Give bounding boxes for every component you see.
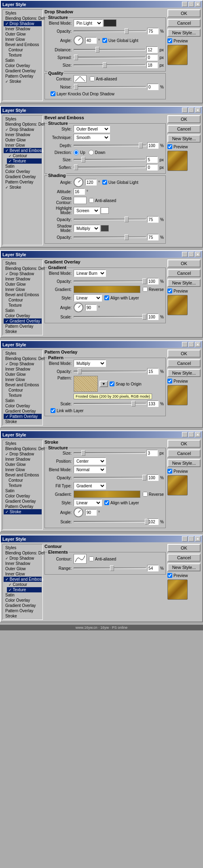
style-select-3[interactable]: Linear — [74, 294, 102, 301]
inner-glow-item-2[interactable]: Inner Glow — [4, 143, 42, 148]
opacity-slider-4[interactable] — [74, 371, 146, 372]
size-slider-5[interactable] — [74, 452, 146, 454]
preview-cb-5[interactable] — [167, 469, 172, 474]
blend-mode-select-3[interactable]: Linear Burn — [74, 270, 106, 277]
satin-item-1[interactable]: Satin — [4, 58, 42, 63]
scale-thumb-5[interactable] — [145, 519, 149, 525]
minimize-btn-1[interactable]: _ — [182, 2, 188, 7]
blend-mode-select-5[interactable]: Normal — [74, 466, 106, 473]
outer-glow-item-2[interactable]: Outer Glow — [4, 137, 42, 143]
noise-input-1[interactable] — [147, 84, 159, 90]
angle-dial-2[interactable] — [74, 177, 83, 187]
close-btn-6[interactable]: ✕ — [195, 536, 201, 541]
size-thumb-2[interactable] — [81, 157, 85, 162]
maximize-btn-4[interactable]: □ — [188, 342, 194, 347]
highlight-opacity-thumb-2[interactable] — [125, 217, 129, 222]
inner-shadow-item-2[interactable]: Inner Shadow — [4, 132, 42, 137]
blending-options-5[interactable]: Blending Options: Default — [4, 446, 42, 451]
pattern-overlay-item-2[interactable]: Pattern Overlay — [4, 179, 42, 185]
link-layer-cb-4[interactable] — [51, 408, 55, 413]
blending-options-2[interactable]: Blending Options: Default — [4, 122, 42, 127]
spread-thumb-1[interactable] — [74, 55, 78, 60]
maximize-btn-2[interactable]: □ — [188, 107, 194, 113]
opacity-slider-1[interactable] — [74, 30, 146, 32]
color-overlay-item-4[interactable]: Color Overlay — [4, 403, 42, 409]
drop-shadow-item-2[interactable]: Drop Shadow — [4, 127, 42, 132]
scale-thumb-3[interactable] — [142, 314, 146, 320]
spread-input-1[interactable] — [146, 54, 158, 61]
outer-glow-item-4[interactable]: Outer Glow — [4, 372, 42, 377]
bevel-emboss-item-2[interactable]: ✓ Bevel and Emboss — [4, 148, 42, 153]
anti-aliased-cb-6[interactable] — [89, 556, 94, 561]
ok-btn-5[interactable]: OK — [167, 440, 201, 448]
inner-shadow-item-5[interactable]: Inner Shadow — [4, 457, 42, 462]
scale-input-5[interactable] — [147, 518, 159, 525]
preview-cb-6[interactable] — [167, 573, 172, 578]
pattern-dropdown-btn-4[interactable]: ▼ — [99, 381, 108, 387]
position-select-5[interactable]: Center — [74, 457, 106, 465]
highlight-color-2[interactable] — [101, 207, 109, 214]
anti-aliased-cb-2[interactable] — [89, 198, 94, 203]
new-style-btn-6[interactable]: New Style... — [167, 563, 201, 571]
bevel-emboss-item-5[interactable]: Bevel and Emboss — [4, 472, 42, 478]
inner-shadow-item-1[interactable]: Inner Shadow — [4, 26, 42, 32]
inner-shadow-item-6[interactable]: Inner Shadow — [4, 561, 42, 566]
distance-slider-1[interactable] — [74, 49, 146, 51]
minimize-btn-5[interactable]: _ — [182, 432, 188, 437]
maximize-btn-5[interactable]: □ — [188, 432, 194, 437]
satin-item-5[interactable]: Satin — [4, 488, 42, 493]
shadow-mode-select-2[interactable]: Multiply — [74, 225, 100, 232]
size-thumb-5[interactable] — [81, 450, 85, 456]
angle-input-1[interactable] — [85, 37, 97, 44]
opacity-thumb-5[interactable] — [142, 475, 146, 480]
depth-input-2[interactable] — [147, 142, 159, 149]
inner-glow-item-1[interactable]: Inner Glow — [4, 37, 42, 42]
cancel-btn-1[interactable]: Cancel — [167, 19, 201, 27]
color-overlay-item-6[interactable]: Color Overlay — [4, 598, 42, 603]
gradient-overlay-item-1[interactable]: Gradient Overlay — [4, 68, 42, 74]
contour-preview-6[interactable] — [74, 554, 87, 564]
drop-shadow-item-3[interactable]: Drop Shadow — [4, 271, 42, 276]
angle-dial-3[interactable] — [74, 303, 83, 312]
stroke-item-1[interactable]: Stroke — [4, 79, 42, 84]
new-style-btn-1[interactable]: New Style... — [167, 29, 201, 37]
color-overlay-item-5[interactable]: Color Overlay — [4, 493, 42, 499]
cancel-btn-5[interactable]: Cancel — [167, 449, 201, 457]
global-light-cb-1[interactable] — [102, 38, 107, 43]
contour-preview-1[interactable] — [74, 75, 87, 82]
gloss-contour-preview-2[interactable] — [74, 197, 87, 204]
satin-item-2[interactable]: Satin — [4, 164, 42, 169]
outer-glow-item-1[interactable]: Outer Glow — [4, 32, 42, 37]
outer-glow-item-5[interactable]: Outer Glow — [4, 462, 42, 467]
highlight-opacity-input-2[interactable] — [147, 216, 159, 223]
texture-item-4[interactable]: Texture — [7, 393, 42, 398]
opacity-input-3[interactable] — [147, 278, 159, 284]
size-input-2[interactable] — [146, 156, 158, 163]
cancel-btn-3[interactable]: Cancel — [167, 269, 201, 277]
bevel-emboss-item-6[interactable]: ✓ Bevel and Emboss — [4, 577, 42, 582]
close-btn-4[interactable]: ✕ — [195, 342, 201, 347]
contour-item-4[interactable]: Contour — [7, 388, 42, 393]
minimize-btn-4[interactable]: _ — [182, 342, 188, 347]
blending-options-4[interactable]: Blending Options: Default — [4, 356, 42, 361]
cancel-btn-4[interactable]: Cancel — [167, 359, 201, 367]
blend-mode-select-1[interactable]: Pin Light — [74, 19, 103, 27]
blending-options-3[interactable]: Blending Options: Default — [4, 266, 42, 271]
shadow-opacity-thumb-2[interactable] — [125, 234, 129, 240]
stroke-item-5[interactable]: ✓ Stroke — [4, 509, 42, 514]
outer-glow-item-6[interactable]: Outer Glow — [4, 566, 42, 571]
scale-slider-3[interactable] — [74, 316, 146, 318]
gradient-overlay-item-6[interactable]: Gradient Overlay — [4, 603, 42, 608]
color-overlay-item-1[interactable]: Color Overlay — [4, 63, 42, 68]
satin-item-6[interactable]: Satin — [4, 592, 42, 598]
contour-item-1[interactable]: Contour — [7, 47, 42, 53]
altitude-input-2[interactable] — [74, 188, 85, 195]
highlight-mode-select-2[interactable]: Screen — [74, 207, 100, 214]
new-style-btn-2[interactable]: New Style... — [167, 135, 201, 143]
drop-shadow-item-1[interactable]: ✓ Drop Shadow — [4, 21, 42, 26]
global-light-cb-2[interactable] — [102, 180, 107, 185]
texture-item-2[interactable]: ✓ Texture — [7, 158, 42, 164]
maximize-btn-6[interactable]: □ — [188, 536, 194, 541]
minimize-btn-6[interactable]: _ — [182, 536, 188, 541]
scale-thumb-4[interactable] — [131, 401, 135, 407]
